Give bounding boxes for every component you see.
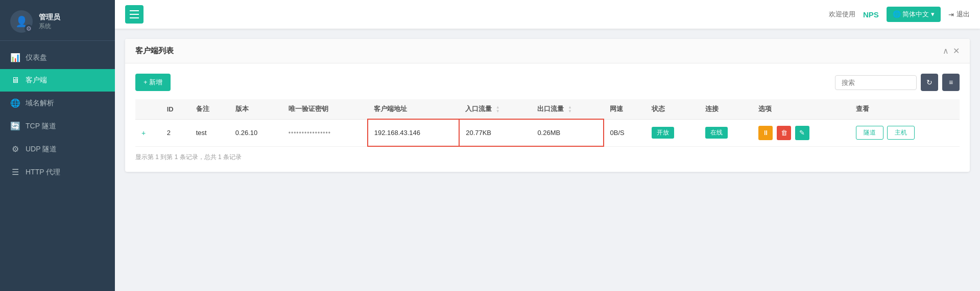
language-button[interactable]: 🌐 简体中文 ▾ bbox=[887, 7, 941, 22]
username: 管理员 bbox=[39, 13, 60, 22]
hamburger-line bbox=[130, 10, 139, 11]
sidebar-item-http[interactable]: ☰ HTTP 代理 bbox=[0, 161, 115, 184]
tunnel-button[interactable]: 隧道 bbox=[856, 126, 883, 140]
sidebar-item-label: 仪表盘 bbox=[26, 53, 47, 62]
view-toggle-button[interactable]: ≡ bbox=[942, 74, 960, 91]
add-button[interactable]: + 新增 bbox=[135, 74, 171, 91]
table-header: ID 备注 版本 唯一验证密钥 客户端地址 入口流量 ▲▼ bbox=[135, 99, 960, 119]
auth-key-masked: •••••••••••••••• bbox=[289, 129, 331, 137]
status-cell: 开放 bbox=[646, 119, 699, 146]
col-out-flow: 出口流量 ▲▼ bbox=[531, 99, 603, 119]
sidebar-item-label: 域名解析 bbox=[26, 99, 54, 108]
user-info: 管理员 系统 bbox=[39, 13, 60, 31]
client-icon: 🖥 bbox=[10, 76, 20, 85]
col-view: 查看 bbox=[850, 99, 960, 119]
col-speed: 网速 bbox=[604, 99, 646, 119]
version-cell: 0.26.10 bbox=[229, 119, 282, 146]
toolbar: + 新增 ↻ ≡ bbox=[135, 74, 960, 91]
client-table: ID 备注 版本 唯一验证密钥 客户端地址 入口流量 ▲▼ bbox=[135, 99, 960, 147]
sidebar-item-dashboard[interactable]: 📊 仪表盘 bbox=[0, 46, 115, 69]
udp-icon: ⚙ bbox=[10, 144, 20, 154]
collapse-button[interactable]: ∧ bbox=[943, 46, 949, 56]
card-body: + 新增 ↻ ≡ ID 备注 版本 bbox=[125, 63, 970, 172]
app-name: NPS bbox=[863, 10, 879, 19]
note-cell: test bbox=[190, 119, 229, 146]
content-area: 客户端列表 ∧ ✕ + 新增 ↻ ≡ bbox=[115, 29, 980, 291]
edit-button[interactable]: ✎ bbox=[795, 126, 809, 140]
logout-icon: ⇥ bbox=[948, 11, 954, 18]
options-cell: ⏸ 🗑 ✎ bbox=[752, 119, 849, 146]
expand-cell: + bbox=[135, 119, 161, 146]
search-input[interactable] bbox=[835, 75, 917, 90]
http-icon: ☰ bbox=[10, 167, 20, 177]
auth-key-cell: •••••••••••••••• bbox=[282, 119, 368, 146]
domain-icon: 🌐 bbox=[10, 98, 20, 108]
col-version: 版本 bbox=[229, 99, 282, 119]
sidebar-item-label: 客户端 bbox=[26, 76, 47, 85]
col-connection: 连接 bbox=[699, 99, 753, 119]
sidebar-item-label: HTTP 代理 bbox=[26, 168, 60, 177]
sort-icon: ▲▼ bbox=[496, 105, 500, 114]
sidebar-item-label: UDP 隧道 bbox=[26, 145, 57, 154]
col-options: 选项 bbox=[752, 99, 849, 119]
table-body: + 2 test 0.26.10 •••••••••••••••• 192.16… bbox=[135, 119, 960, 146]
header-right: 欢迎使用 NPS 🌐 简体中文 ▾ ⇥ 退出 bbox=[829, 7, 970, 22]
card-header: 客户端列表 ∧ ✕ bbox=[125, 39, 970, 63]
col-in-flow: 入口流量 ▲▼ bbox=[459, 99, 531, 119]
pause-button[interactable]: ⏸ bbox=[758, 126, 773, 140]
expand-button[interactable]: + bbox=[141, 129, 146, 137]
client-list-card: 客户端列表 ∧ ✕ + 新增 ↻ ≡ bbox=[125, 39, 970, 172]
sidebar-item-label: TCP 隧道 bbox=[26, 122, 56, 131]
status-badge: 开放 bbox=[652, 127, 674, 139]
close-button[interactable]: ✕ bbox=[953, 46, 960, 56]
table-row: + 2 test 0.26.10 •••••••••••••••• 192.16… bbox=[135, 119, 960, 146]
connection-badge: 在线 bbox=[705, 127, 728, 139]
col-client-addr: 客户端地址 bbox=[368, 99, 460, 119]
card-header-actions: ∧ ✕ bbox=[943, 46, 960, 56]
tcp-icon: 🔄 bbox=[10, 121, 20, 131]
hamburger-line bbox=[130, 17, 139, 18]
top-header: 欢迎使用 NPS 🌐 简体中文 ▾ ⇥ 退出 bbox=[115, 0, 980, 29]
speed-cell: 0B/S bbox=[604, 119, 646, 146]
sidebar-item-client[interactable]: 🖥 客户端 bbox=[0, 69, 115, 92]
hamburger-line bbox=[130, 14, 139, 15]
main-wrapper: 欢迎使用 NPS 🌐 简体中文 ▾ ⇥ 退出 客户端列表 ∧ ✕ + 新增 bbox=[115, 0, 980, 291]
logout-button[interactable]: ⇥ 退出 bbox=[948, 10, 970, 19]
sort-icon: ▲▼ bbox=[568, 105, 572, 114]
col-auth-key: 唯一验证密钥 bbox=[282, 99, 368, 119]
hamburger-button[interactable] bbox=[125, 5, 144, 24]
sidebar-item-tcp[interactable]: 🔄 TCP 隧道 bbox=[0, 115, 115, 138]
table-footer: 显示第 1 到第 1 条记录，总共 1 条记录 bbox=[135, 147, 960, 162]
col-note: 备注 bbox=[190, 99, 229, 119]
card-title: 客户端列表 bbox=[135, 46, 174, 56]
welcome-text: 欢迎使用 bbox=[829, 10, 855, 19]
col-status: 状态 bbox=[646, 99, 699, 119]
sidebar-item-domain[interactable]: 🌐 域名解析 bbox=[0, 92, 115, 115]
sidebar-nav: 📊 仪表盘 🖥 客户端 🌐 域名解析 🔄 TCP 隧道 ⚙ UDP 隧道 ☰ H… bbox=[0, 41, 115, 291]
avatar: 👤 ⚙ bbox=[10, 10, 33, 33]
gear-icon: ⚙ bbox=[25, 25, 33, 33]
connection-cell: 在线 bbox=[699, 119, 753, 146]
dashboard-icon: 📊 bbox=[10, 53, 20, 62]
sidebar: 👤 ⚙ 管理员 系统 📊 仪表盘 🖥 客户端 🌐 域名解析 🔄 TCP 隧道 ⚙… bbox=[0, 0, 115, 291]
user-role: 系统 bbox=[39, 22, 60, 31]
col-expand bbox=[135, 99, 161, 119]
view-cell: 隧道 主机 bbox=[850, 119, 960, 146]
sidebar-item-udp[interactable]: ⚙ UDP 隧道 bbox=[0, 138, 115, 161]
col-id: ID bbox=[161, 99, 190, 119]
host-button[interactable]: 主机 bbox=[887, 126, 915, 140]
out-flow-cell: 0.26MB bbox=[531, 119, 603, 146]
delete-button[interactable]: 🗑 bbox=[777, 126, 791, 140]
in-flow-cell: 20.77KB bbox=[459, 119, 531, 146]
id-cell: 2 bbox=[161, 119, 190, 146]
toolbar-right: ↻ ≡ bbox=[835, 74, 960, 91]
sidebar-header: 👤 ⚙ 管理员 系统 bbox=[0, 0, 115, 41]
refresh-button[interactable]: ↻ bbox=[921, 74, 938, 91]
client-addr-cell: 192.168.43.146 bbox=[368, 119, 460, 146]
